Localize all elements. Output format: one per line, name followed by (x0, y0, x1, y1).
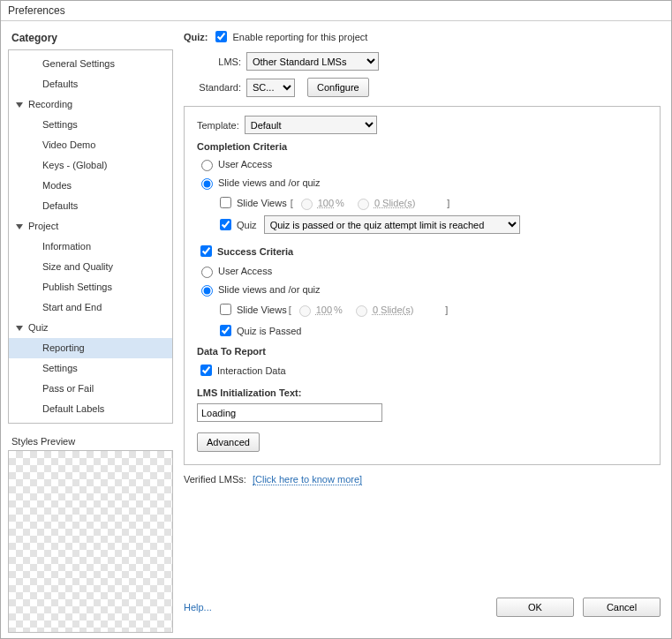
category-item-label: Quiz (28, 320, 49, 336)
category-item[interactable]: General Settings (9, 54, 172, 74)
configure-button[interactable]: Configure (307, 78, 369, 97)
lms-label: LMS: (184, 56, 241, 67)
advanced-button[interactable]: Advanced (197, 432, 260, 452)
category-item-label: Recording (28, 96, 72, 113)
interaction-data-checkbox[interactable] (200, 365, 212, 376)
quiz-enable-row: Quiz: Enable reporting for this project (184, 28, 661, 45)
success-criteria-row: Success Criteria (197, 243, 647, 259)
success-slides-value: 0 Slide(s) (373, 304, 413, 315)
settings-fieldset: Template: Default Completion Criteria Us… (184, 106, 661, 465)
success-slide-views-text: Slide Views (237, 304, 287, 315)
category-item-label: Default Labels (42, 403, 104, 414)
category-item[interactable]: Publish Settings (9, 277, 172, 297)
completion-criteria-header: Completion Criteria (197, 141, 647, 152)
window-title: Preferences (1, 1, 671, 21)
success-user-access-radio[interactable] (201, 267, 213, 278)
completion-user-access-option[interactable]: User Access (197, 157, 647, 171)
category-item[interactable]: Start and End (9, 297, 172, 318)
category-item-label: Defaults (42, 79, 78, 89)
template-row: Template: Default (197, 116, 647, 134)
category-item-label: Modes (42, 180, 72, 191)
standard-label: Standard: (184, 82, 241, 93)
standard-select[interactable]: SC... (246, 79, 295, 97)
category-item-label: Settings (42, 119, 78, 130)
right-column: Quiz: Enable reporting for this project … (173, 23, 671, 638)
success-user-access-option[interactable]: User Access (197, 264, 647, 278)
lms-init-header: LMS Initialization Text: (197, 387, 647, 398)
success-pct-radio (299, 305, 311, 317)
data-to-report-header: Data To Report (197, 346, 647, 357)
completion-pct-value: 100 (318, 198, 334, 208)
category-item-label: Defaults (42, 200, 78, 211)
category-item[interactable]: Defaults (9, 196, 172, 216)
completion-slide-views-option[interactable]: Slide views and /or quiz (197, 176, 647, 190)
lms-row: LMS: Other Standard LMSs (184, 52, 661, 71)
ok-button[interactable]: OK (496, 598, 574, 617)
completion-quiz-select[interactable]: Quiz is passed or the quiz attempt limit… (264, 215, 520, 234)
completion-quiz-label: Quiz (237, 220, 257, 230)
disclosure-triangle-icon[interactable] (16, 102, 23, 108)
success-quiz-passed-label: Quiz is Passed (237, 326, 301, 336)
success-slide-views-sub: Slide Views [ 100 % 0 Slide(s) ] (216, 301, 647, 318)
left-column: Category General SettingsDefaultsRecordi… (1, 23, 173, 638)
category-item-label: Keys - (Global) (42, 160, 107, 170)
category-item[interactable]: Default Labels (9, 399, 172, 419)
disclosure-triangle-icon[interactable] (16, 224, 23, 229)
success-slide-views-checkbox[interactable] (220, 304, 231, 315)
interaction-data-label: Interaction Data (217, 365, 286, 376)
category-item[interactable]: Pass or Fail (9, 379, 172, 399)
template-select[interactable]: Default (245, 116, 377, 134)
lms-init-input[interactable] (197, 403, 382, 422)
verified-lms-label: Verified LMSs: (184, 474, 246, 485)
category-item[interactable]: Video Demo (9, 135, 172, 155)
success-criteria-header: Success Criteria (217, 246, 293, 257)
completion-user-access-label: User Access (218, 159, 272, 169)
success-quiz-passed-checkbox[interactable] (220, 325, 231, 336)
completion-user-access-radio[interactable] (201, 160, 213, 171)
completion-slide-views-sub: Slide Views [ 100 % 0 Slide(s) ] (216, 194, 647, 211)
category-item[interactable]: Keys - (Global) (9, 155, 172, 176)
quiz-label: Quiz: (184, 32, 208, 42)
success-pct-value: 100 (316, 304, 332, 315)
success-slide-views-radio[interactable] (201, 285, 213, 297)
success-criteria-checkbox[interactable] (200, 245, 212, 257)
template-label: Template: (197, 120, 239, 131)
completion-slide-views-checkbox[interactable] (220, 197, 231, 208)
category-item[interactable]: Recording (9, 94, 172, 115)
success-slides-radio (356, 305, 367, 317)
category-item[interactable]: Settings (9, 115, 172, 135)
success-quiz-passed-row: Quiz is Passed (216, 322, 647, 339)
category-item[interactable]: Settings (9, 358, 172, 379)
completion-slides-radio (358, 199, 369, 210)
styles-preview-header: Styles Preview (8, 434, 173, 448)
category-item[interactable]: Size and Quality (9, 257, 172, 277)
completion-slides-value: 0 Slide(s) (374, 198, 415, 208)
category-item[interactable]: Information (9, 237, 172, 257)
category-item[interactable]: Reporting (9, 338, 172, 358)
styles-preview (8, 450, 173, 633)
completion-slide-views-label: Slide views and /or quiz (218, 177, 321, 188)
success-user-access-label: User Access (218, 266, 272, 276)
completion-slide-views-text: Slide Views (237, 198, 287, 208)
completion-quiz-checkbox[interactable] (220, 219, 231, 230)
category-item-label: General Settings (42, 58, 115, 69)
verified-lms-link[interactable]: [Click here to know more] (253, 474, 362, 485)
help-link[interactable]: Help... (184, 602, 212, 613)
category-item[interactable]: Project (9, 216, 172, 237)
category-item-label: Reporting (42, 342, 85, 353)
disclosure-triangle-icon[interactable] (16, 326, 23, 331)
completion-slide-views-radio[interactable] (201, 178, 213, 190)
success-slide-views-option[interactable]: Slide views and /or quiz (197, 282, 647, 297)
cancel-button[interactable]: Cancel (583, 598, 661, 617)
lms-select[interactable]: Other Standard LMSs (246, 52, 379, 71)
category-item[interactable]: Quiz (9, 318, 172, 338)
enable-reporting-checkbox[interactable] (215, 31, 227, 42)
category-item[interactable]: Modes (9, 176, 172, 196)
standard-row: Standard: SC... Configure (184, 78, 661, 97)
category-item-label: Settings (42, 363, 78, 373)
category-item-label: Pass or Fail (42, 383, 94, 394)
category-item-label: Start and End (42, 302, 102, 312)
completion-quiz-sub: Quiz Quiz is passed or the quiz attempt … (216, 215, 647, 234)
category-item[interactable]: Defaults (9, 74, 172, 94)
category-item-label: Size and Quality (42, 261, 113, 272)
